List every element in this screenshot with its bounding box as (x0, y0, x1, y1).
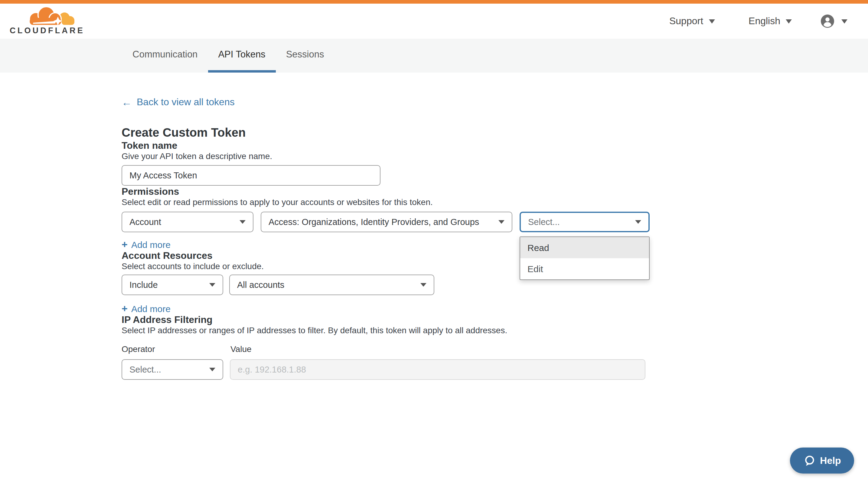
help-button-label: Help (820, 455, 841, 466)
token-name-description: Give your API token a descriptive name. (122, 151, 868, 161)
top-accent-bar (0, 0, 868, 4)
cloudflare-logo[interactable]: CLOUDFLARE (10, 7, 85, 35)
language-menu[interactable]: English (748, 16, 792, 27)
chevron-down-icon (209, 368, 215, 371)
permission-level-dropdown-menu: Read Edit (520, 236, 650, 280)
tab-api-tokens[interactable]: API Tokens (208, 39, 276, 72)
permissions-select-row: Account Access: Organizations, Identity … (122, 212, 868, 232)
back-arrow-icon: ← (122, 97, 132, 107)
permission-scope-select[interactable]: Account (122, 212, 253, 232)
account-menu[interactable] (821, 14, 847, 28)
global-header: CLOUDFLARE Support English (0, 4, 868, 39)
chevron-down-icon (635, 220, 641, 224)
ip-operator-value: Select... (129, 365, 161, 374)
page: CLOUDFLARE Support English Communication… (0, 0, 868, 482)
token-name-input[interactable] (122, 165, 380, 186)
chevron-down-icon (498, 220, 504, 224)
add-more-label: Add more (131, 239, 170, 250)
tab-communication[interactable]: Communication (122, 39, 208, 72)
ip-filtering-inputs: Select... (122, 359, 868, 380)
resource-accounts-select[interactable]: All accounts (229, 275, 434, 295)
operator-label: Operator (122, 344, 230, 354)
account-resources-select-row: Include All accounts (122, 275, 868, 295)
resources-add-more-link[interactable]: + Add more (122, 303, 170, 314)
value-label: Value (230, 344, 252, 354)
chevron-down-icon (786, 19, 792, 23)
token-name-heading: Token name (122, 140, 868, 151)
resource-include-value: Include (129, 280, 158, 290)
permission-level-select-wrap: Select... Read Edit (520, 212, 650, 232)
permission-scope-value: Account (129, 217, 161, 227)
resource-include-select[interactable]: Include (122, 275, 223, 295)
add-more-label: Add more (131, 303, 170, 314)
permission-group-select[interactable]: Access: Organizations, Identity Provider… (261, 212, 512, 232)
chevron-down-icon (709, 19, 715, 23)
cloudflare-wordmark: CLOUDFLARE (10, 27, 85, 35)
chevron-down-icon (421, 283, 427, 287)
menu-option-edit[interactable]: Edit (520, 258, 649, 280)
account-resources-heading: Account Resources (122, 250, 868, 261)
permissions-add-more-link[interactable]: + Add more (122, 239, 170, 250)
help-button[interactable]: Help (790, 448, 854, 474)
page-title: Create Custom Token (122, 125, 868, 140)
user-avatar-icon (821, 14, 834, 28)
ip-filtering-heading: IP Address Filtering (122, 314, 868, 325)
account-resources-description: Select accounts to include or exclude. (122, 261, 868, 271)
menu-option-read[interactable]: Read (520, 237, 649, 258)
permissions-description: Select edit or read permissions to apply… (122, 197, 868, 207)
back-link-label: Back to view all tokens (137, 97, 235, 108)
ip-filtering-labels: Operator Value (122, 344, 868, 354)
main-content: ← Back to view all tokens Create Custom … (0, 72, 868, 380)
tab-sessions[interactable]: Sessions (276, 39, 335, 72)
chevron-down-icon (240, 220, 246, 224)
resource-accounts-value: All accounts (237, 280, 284, 290)
support-menu[interactable]: Support (669, 16, 715, 27)
chevron-down-icon (841, 19, 847, 23)
permissions-heading: Permissions (122, 186, 868, 197)
ip-operator-select[interactable]: Select... (122, 359, 223, 380)
ip-filtering-description: Select IP addresses or ranges of IP addr… (122, 325, 868, 335)
ip-value-input[interactable] (230, 359, 645, 380)
chat-bubble-icon (803, 454, 815, 467)
permission-group-value: Access: Organizations, Identity Provider… (269, 217, 479, 227)
cloudflare-cloud-icon (23, 7, 76, 26)
profile-tabbar: Communication API Tokens Sessions (0, 39, 868, 72)
back-to-tokens-link[interactable]: ← Back to view all tokens (122, 97, 235, 108)
permission-level-select[interactable]: Select... (520, 212, 650, 232)
support-menu-label: Support (669, 16, 703, 27)
chevron-down-icon (209, 283, 215, 287)
language-menu-label: English (748, 16, 780, 27)
permission-level-value: Select... (528, 217, 560, 227)
plus-icon: + (122, 303, 128, 314)
plus-icon: + (122, 239, 128, 250)
